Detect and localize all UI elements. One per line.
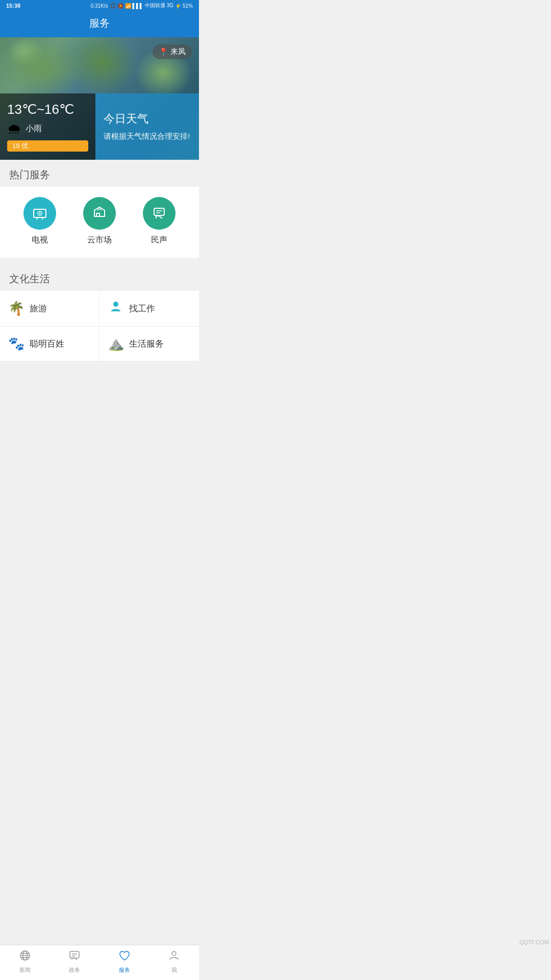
explain-icon: 🐾 <box>8 336 24 352</box>
explain-label: 聪明百姓 <box>30 338 64 350</box>
services-grid: 电视 云市场 <box>0 197 199 246</box>
lifeservice-icon: ⛰️ <box>108 336 124 352</box>
status-speed: 0.31K/s <box>91 3 108 9</box>
culture-item-lifeservice[interactable]: ⛰️ 生活服务 <box>99 327 199 361</box>
culture-title: 文化生活 <box>9 273 50 284</box>
location-pin-icon: 📍 <box>159 47 168 57</box>
service-item-voice[interactable]: 民声 <box>143 197 176 246</box>
service-voice-label: 民声 <box>151 235 167 246</box>
hot-services-container: 电视 云市场 <box>0 187 199 258</box>
hot-services-header: 热门服务 <box>0 160 199 187</box>
service-market-label: 云市场 <box>87 235 112 246</box>
weather-right-panel: 今日天气 请根据天气情况合理安排! <box>95 93 199 160</box>
weather-left-panel: 13℃~16℃ 🌧 小雨 19 优 <box>0 93 95 160</box>
status-charging-icon: ⚡ <box>175 3 181 9</box>
hot-services-title: 热门服务 <box>9 169 50 180</box>
jobs-label: 找工作 <box>129 303 155 314</box>
service-item-market[interactable]: 云市场 <box>83 197 116 246</box>
rain-cloud-icon: 🌧 <box>7 120 21 137</box>
page-header: 服务 <box>0 11 199 37</box>
travel-label: 旅游 <box>30 303 47 314</box>
weather-tip: 请根据天气情况合理安排! <box>104 131 191 142</box>
status-carrier: 中国联通 3G <box>145 2 173 9</box>
weather-description: 🌧 小雨 <box>7 120 88 137</box>
culture-item-explain[interactable]: 🐾 聪明百姓 <box>0 327 99 361</box>
culture-section: 文化生活 🌴 旅游 找工作 🐾 聪明百姓 <box>0 264 199 361</box>
service-tv-label: 电视 <box>32 235 48 246</box>
status-time: 15:38 <box>6 3 20 9</box>
status-wifi-icon: 📶 <box>125 3 131 9</box>
status-signal-icon: ▌▌▌ <box>133 3 143 9</box>
page-title: 服务 <box>89 17 110 29</box>
tv-icon-circle <box>23 197 56 230</box>
status-right: 0.31K/s 🎧 🔕 📶 ▌▌▌ 中国联通 3G ⚡ 51% <box>91 2 193 9</box>
lifeservice-label: 生活服务 <box>129 338 164 350</box>
weather-condition: 小雨 <box>26 124 42 134</box>
status-bar: 15:38 0.31K/s 🎧 🔕 📶 ▌▌▌ 中国联通 3G ⚡ 51% <box>0 0 199 11</box>
culture-grid: 🌴 旅游 找工作 🐾 聪明百姓 ⛰️ 生活服务 <box>0 291 199 361</box>
travel-icon: 🌴 <box>8 301 24 316</box>
culture-item-travel[interactable]: 🌴 旅游 <box>0 291 99 327</box>
location-badge[interactable]: 📍 来凤 <box>153 44 192 59</box>
aqi-badge: 19 优 <box>7 140 88 152</box>
market-icon-circle <box>83 197 116 230</box>
weather-banner: 📍 来凤 13℃~16℃ 🌧 小雨 19 优 今日天气 请根据天气情况合理安排! <box>0 37 199 160</box>
svg-point-4 <box>39 213 41 214</box>
location-name: 来凤 <box>170 47 186 57</box>
culture-header: 文化生活 <box>0 264 199 291</box>
status-headphone-icon: 🎧 <box>110 3 116 9</box>
svg-rect-5 <box>154 208 164 215</box>
svg-point-8 <box>113 302 118 307</box>
weather-info-box: 13℃~16℃ 🌧 小雨 19 优 今日天气 请根据天气情况合理安排! <box>0 93 199 160</box>
voice-icon-circle <box>143 197 176 230</box>
jobs-icon <box>108 300 124 317</box>
weather-today-title: 今日天气 <box>104 111 191 127</box>
main-content: 📍 来凤 13℃~16℃ 🌧 小雨 19 优 今日天气 请根据天气情况合理安排!… <box>0 37 199 397</box>
service-item-tv[interactable]: 电视 <box>23 197 56 246</box>
status-bell-icon: 🔕 <box>117 3 123 9</box>
culture-item-jobs[interactable]: 找工作 <box>99 291 199 327</box>
temperature-range: 13℃~16℃ <box>7 102 88 117</box>
status-battery: 51% <box>183 3 193 9</box>
